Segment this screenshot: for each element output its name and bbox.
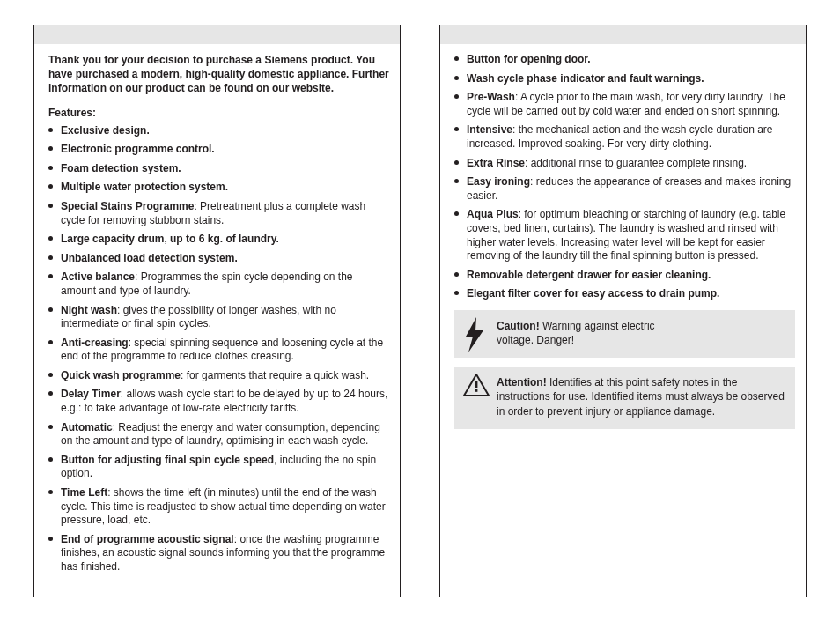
- caution-lead: Caution!: [497, 320, 540, 332]
- bullet-icon: [48, 340, 53, 344]
- list-item: Large capacity drum, up to 6 kg. of laun…: [48, 233, 389, 247]
- item-desc: : A cycle prior to the main wash, for ve…: [467, 91, 785, 117]
- item-label: Aqua Plus: [467, 208, 519, 220]
- item-label: Multiple water protection system.: [61, 181, 228, 193]
- list-item: Wash cycle phase indicator and fault war…: [454, 72, 795, 86]
- list-item: End of programme acoustic signal: once t…: [48, 533, 389, 574]
- bullet-icon: [454, 179, 459, 183]
- bullet-icon: [48, 391, 53, 396]
- bullet-icon: [48, 184, 53, 189]
- right-feature-list: Button for opening door.Wash cycle phase…: [454, 53, 795, 301]
- right-column-content: Button for opening door.Wash cycle phase…: [440, 44, 806, 429]
- list-item: Night wash: gives the possibility of lon…: [48, 304, 389, 331]
- list-item: Removable detergent drawer for easier cl…: [454, 269, 795, 283]
- bullet-icon: [48, 537, 53, 541]
- bullet-icon: [48, 307, 53, 312]
- list-item: Extra Rinse: additional rinse to guarant…: [454, 157, 795, 171]
- list-item: Unbalanced load detection system.: [48, 252, 389, 266]
- left-feature-list: Exclusive design.Electronic programme co…: [48, 124, 389, 574]
- electric-hazard-icon: [463, 317, 486, 356]
- left-column: Thank you for your decision to purchase …: [33, 25, 401, 597]
- item-label: Wash cycle phase indicator and fault war…: [467, 72, 704, 85]
- item-label: Pre-Wash: [467, 91, 515, 103]
- item-label: End of programme acoustic signal: [61, 533, 234, 545]
- bullet-icon: [48, 457, 53, 462]
- bullet-icon: [48, 255, 53, 260]
- item-label: Foam detection system.: [61, 162, 181, 174]
- document-page: Thank you for your decision to purchase …: [0, 0, 840, 622]
- item-desc: : for garments that require a quick wash…: [181, 369, 369, 381]
- item-label: Special Stains Programme: [61, 200, 194, 212]
- list-item: Intensive: the mechanical action and the…: [454, 123, 795, 151]
- left-column-header-band: [34, 25, 400, 44]
- item-label: Elegant filter cover for easy access to …: [467, 287, 719, 300]
- list-item: Multiple water protection system.: [48, 181, 389, 195]
- list-item: Aqua Plus: for optimum bleaching or star…: [454, 208, 795, 263]
- list-item: Easy ironing: reduces the appearance of …: [454, 175, 795, 203]
- list-item: Button for opening door.: [454, 53, 795, 67]
- item-label: Removable detergent drawer for easier cl…: [467, 269, 711, 281]
- item-desc: : additional rinse to guarantee complete…: [525, 157, 747, 169]
- bullet-icon: [454, 272, 459, 277]
- bullet-icon: [48, 490, 53, 494]
- svg-rect-2: [475, 381, 478, 388]
- bullet-icon: [454, 291, 459, 295]
- bullet-icon: [454, 76, 459, 80]
- left-column-content: Thank you for your decision to purchase …: [34, 44, 400, 574]
- bullet-icon: [48, 373, 53, 377]
- item-label: Button for adjusting final spin cycle sp…: [61, 454, 274, 466]
- list-item: Elegant filter cover for easy access to …: [454, 287, 795, 301]
- bullet-icon: [48, 146, 53, 151]
- list-item: Time Left: shows the time left (in minut…: [48, 486, 389, 528]
- item-label: Quick wash programme: [61, 369, 181, 381]
- svg-marker-0: [466, 317, 483, 352]
- bullet-icon: [48, 128, 53, 132]
- item-label: Exclusive design.: [61, 124, 150, 137]
- item-label: Unbalanced load detection system.: [61, 252, 238, 264]
- list-item: Delay Timer: allows wash cycle start to …: [48, 388, 389, 415]
- list-item: Pre-Wash: A cycle prior to the main wash…: [454, 91, 795, 118]
- list-item: Anti-creasing: special spinning sequence…: [48, 337, 389, 364]
- list-item: Electronic programme control.: [48, 143, 389, 157]
- item-desc: : shows the time left (in minutes) until…: [61, 486, 386, 526]
- list-item: Button for adjusting final spin cycle sp…: [48, 454, 389, 481]
- item-desc: : the mechanical action and the wash cyc…: [467, 123, 773, 150]
- bullet-icon: [48, 425, 53, 429]
- list-item: Foam detection system.: [48, 162, 389, 176]
- bullet-icon: [454, 94, 459, 99]
- item-label: Night wash: [61, 304, 117, 316]
- bullet-icon: [48, 166, 53, 170]
- attention-box: Attention! Identifies at this point safe…: [454, 367, 795, 429]
- bullet-icon: [454, 56, 459, 61]
- item-label: Easy ironing: [467, 175, 530, 188]
- bullet-icon: [454, 160, 459, 165]
- right-column-header-band: [440, 25, 806, 44]
- item-label: Anti-creasing: [61, 337, 129, 349]
- item-label: Intensive: [467, 123, 512, 136]
- item-label: Button for opening door.: [467, 53, 591, 65]
- attention-lead: Attention!: [497, 376, 547, 389]
- list-item: Special Stains Programme: Pretreatment p…: [48, 200, 389, 227]
- features-heading: Features:: [48, 107, 389, 119]
- item-label: Electronic programme control.: [61, 143, 215, 155]
- item-label: Large capacity drum, up to 6 kg. of laun…: [61, 233, 279, 245]
- intro-paragraph: Thank you for your decision to purchase …: [48, 53, 389, 96]
- warning-triangle-icon: [463, 374, 490, 400]
- item-label: Automatic: [61, 421, 113, 433]
- bullet-icon: [454, 127, 459, 131]
- bullet-icon: [48, 236, 53, 241]
- list-item: Quick wash programme: for garments that …: [48, 369, 389, 383]
- svg-rect-3: [475, 389, 478, 392]
- item-label: Extra Rinse: [467, 157, 525, 169]
- caution-box: Caution! Warning against electric voltag…: [454, 310, 795, 358]
- list-item: Active balance: Programmes the spin cycl…: [48, 270, 389, 298]
- bullet-icon: [48, 204, 53, 208]
- bullet-icon: [454, 211, 459, 216]
- bullet-icon: [48, 274, 53, 278]
- item-label: Active balance: [61, 270, 135, 283]
- item-label: Time Left: [61, 486, 107, 499]
- list-item: Exclusive design.: [48, 124, 389, 138]
- item-label: Delay Timer: [61, 388, 121, 400]
- list-item: Automatic: Readjust the energy and water…: [48, 421, 389, 448]
- right-column: Button for opening door.Wash cycle phase…: [439, 25, 807, 597]
